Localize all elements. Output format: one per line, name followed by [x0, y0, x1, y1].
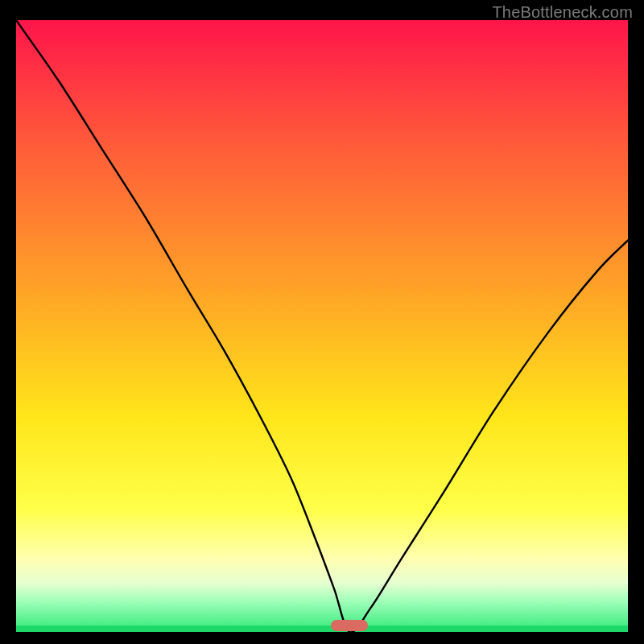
chart-frame [16, 20, 628, 632]
bottleneck-curve [16, 20, 628, 632]
watermark-text: TheBottleneck.com [492, 3, 633, 22]
optimal-point-marker [331, 620, 368, 631]
